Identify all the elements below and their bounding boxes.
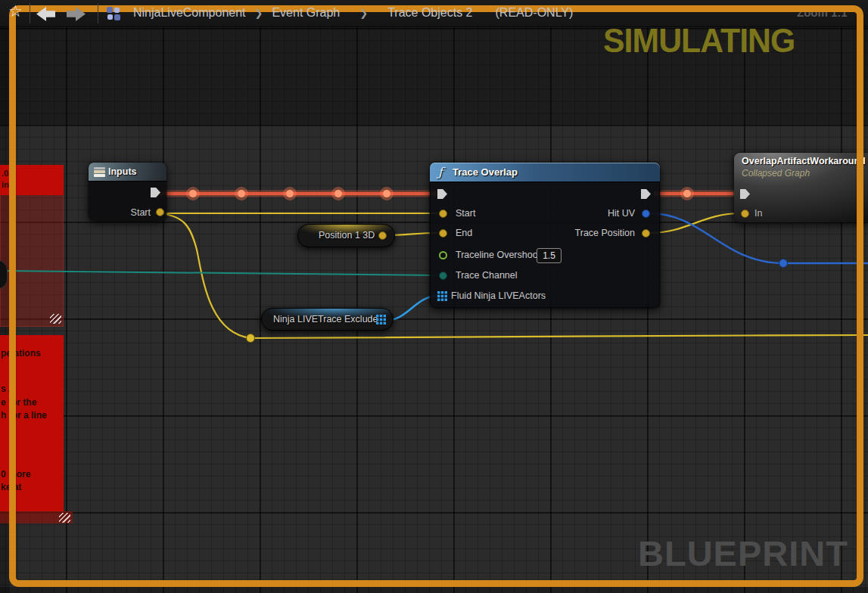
chevron-right-icon: ❯ [255, 8, 263, 19]
comment-text-line: ke at [1, 482, 21, 492]
trace-overlap-node[interactable]: ƒ Trace Overlap Start End Traceline Over… [430, 163, 660, 308]
pin-label: Fluid Ninja LIVEActors [451, 290, 546, 301]
pin-label: End [456, 228, 472, 238]
graph-bottom-gutter [0, 587, 868, 593]
exec-input-pin[interactable] [740, 189, 750, 199]
overlap-artifact-subtitle: Collapsed Graph [742, 168, 810, 179]
start-output-pin[interactable] [156, 208, 164, 216]
resize-grip-icon[interactable] [59, 513, 70, 523]
value-output-pin[interactable] [378, 231, 387, 240]
back-button[interactable] [36, 7, 55, 21]
favorite-star-button[interactable]: ☆ [8, 2, 23, 20]
overshoot-input-pin[interactable] [439, 251, 447, 259]
comment-text-line: .0 [2, 168, 62, 179]
blueprint-watermark: BLUEPRINT [638, 532, 848, 574]
pin-label: Trace Channel [456, 270, 518, 281]
trace-position-output-pin[interactable] [642, 229, 650, 238]
ninja-trace-exclude-pill[interactable]: Ninja LIVETrace Exclude [261, 308, 394, 331]
overshoot-value-input[interactable]: 1.5 [537, 248, 562, 263]
toolbar-divider [30, 3, 30, 23]
start-input-pin[interactable] [439, 210, 447, 218]
chevron-right-icon: ❯ [359, 8, 368, 19]
comment-text-line: s A [1, 383, 14, 394]
trace-channel-input-pin[interactable] [439, 272, 447, 280]
tunnel-icon [94, 167, 105, 177]
pin-label: Traceline Overshoot [456, 250, 540, 260]
breadcrumb-item-component[interactable]: NinjaLiveComponent [133, 6, 246, 20]
position-variable-pill[interactable]: Position 1 3D [297, 224, 395, 247]
pin-label: Start [131, 207, 151, 218]
comment-text-line: 0 more [1, 469, 30, 480]
comment-note-box[interactable]: pe ations s A e for the h for a line 0 m… [0, 335, 64, 511]
blueprint-editor-window: SIMULATING BLUEPRINT Zoom 1:1 .0 in] pe … [0, 0, 868, 593]
pin-label: In [754, 208, 762, 219]
pin-label: Hit UV [608, 208, 635, 219]
inputs-node-header: Inputs [89, 163, 166, 182]
exec-output-pin[interactable] [641, 189, 651, 199]
breadcrumb-item-event-graph[interactable]: Event Graph [272, 6, 340, 20]
pin-label: Start [456, 208, 475, 219]
function-icon: ƒ [438, 165, 443, 179]
inputs-node[interactable]: Inputs Start [89, 163, 166, 221]
inputs-node-title: Inputs [108, 166, 137, 177]
blueprint-asset-icon [107, 7, 121, 20]
array-grid-pin[interactable] [437, 291, 447, 301]
in-input-pin[interactable] [741, 210, 749, 218]
array-grid-pin[interactable] [376, 315, 386, 324]
pill-label: Position 1 3D [319, 230, 375, 241]
pin-label: Trace Position [575, 228, 635, 238]
breadcrumb: NinjaLiveComponent ❯ Event Graph ❯ Trace… [133, 6, 573, 20]
comment-note-footer [0, 511, 73, 523]
hit-uv-output-pin[interactable] [642, 210, 650, 218]
comment-text-line: h for a line [1, 410, 47, 421]
comment-node-body[interactable] [0, 195, 64, 327]
graph-toolbar: ☆ NinjaLiveComponent ❯ Event Graph ❯ Tra… [0, 0, 868, 27]
overlap-artifact-title: OverlapArtifactWorkaround 2 [742, 156, 868, 166]
exec-input-pin[interactable] [437, 189, 447, 199]
breadcrumb-item-trace-objects[interactable]: Trace Objects 2 [387, 6, 472, 20]
resize-grip-icon[interactable] [50, 314, 61, 324]
trace-overlap-title: Trace Overlap [453, 166, 518, 178]
pill-label: Ninja LIVETrace Exclude [273, 314, 378, 324]
exec-output-pin[interactable] [151, 188, 160, 197]
comment-text-line: e for the [1, 397, 36, 408]
trace-overlap-header: ƒ Trace Overlap [430, 163, 660, 182]
overlap-artifact-node[interactable]: OverlapArtifactWorkaround 2 Collapsed Gr… [734, 153, 868, 222]
end-input-pin[interactable] [439, 229, 447, 238]
forward-button[interactable] [67, 7, 86, 21]
readonly-badge: (READ-ONLY) [496, 6, 574, 20]
toolbar-divider [98, 3, 98, 23]
comment-text-line: pe ations [1, 348, 41, 359]
comment-node-title[interactable]: .0 in] [0, 165, 64, 195]
comment-text-line: in] [2, 179, 62, 191]
